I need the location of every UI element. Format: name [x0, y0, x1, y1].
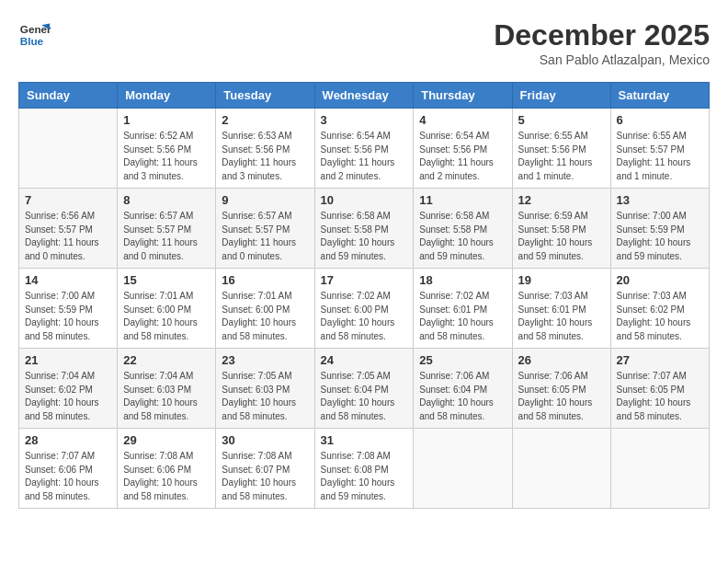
day-number: 7	[25, 193, 111, 207]
calendar-day-cell: 6Sunrise: 6:55 AM Sunset: 5:57 PM Daylig…	[610, 109, 709, 189]
day-info: Sunrise: 7:04 AM Sunset: 6:02 PM Dayligh…	[25, 370, 111, 423]
day-info: Sunrise: 6:55 AM Sunset: 5:56 PM Dayligh…	[518, 130, 605, 183]
month-title: December 2025	[494, 18, 710, 52]
calendar-day-cell: 9Sunrise: 6:57 AM Sunset: 5:57 PM Daylig…	[216, 189, 314, 269]
calendar-day-cell: 12Sunrise: 6:59 AM Sunset: 5:58 PM Dayli…	[512, 189, 610, 269]
day-info: Sunrise: 7:03 AM Sunset: 6:02 PM Dayligh…	[617, 290, 703, 343]
day-info: Sunrise: 7:08 AM Sunset: 6:08 PM Dayligh…	[321, 450, 408, 503]
day-number: 20	[617, 273, 703, 287]
day-number: 12	[518, 193, 605, 207]
day-info: Sunrise: 7:02 AM Sunset: 6:01 PM Dayligh…	[419, 290, 506, 343]
day-info: Sunrise: 7:08 AM Sunset: 6:06 PM Dayligh…	[123, 450, 210, 503]
calendar-day-cell: 25Sunrise: 7:06 AM Sunset: 6:04 PM Dayli…	[414, 349, 512, 429]
day-number: 2	[222, 113, 308, 127]
calendar-day-cell: 8Sunrise: 6:57 AM Sunset: 5:57 PM Daylig…	[118, 189, 216, 269]
calendar-day-cell: 3Sunrise: 6:54 AM Sunset: 5:56 PM Daylig…	[314, 109, 414, 189]
calendar-day-cell: 11Sunrise: 6:58 AM Sunset: 5:58 PM Dayli…	[414, 189, 512, 269]
calendar-day-cell: 16Sunrise: 7:01 AM Sunset: 6:00 PM Dayli…	[216, 269, 314, 349]
day-number: 30	[222, 433, 308, 447]
day-info: Sunrise: 7:00 AM Sunset: 5:59 PM Dayligh…	[25, 290, 111, 343]
logo-icon: General Blue	[18, 18, 51, 52]
calendar-day-cell	[414, 429, 512, 509]
calendar-week-row: 14Sunrise: 7:00 AM Sunset: 5:59 PM Dayli…	[19, 269, 710, 349]
calendar-day-cell: 28Sunrise: 7:07 AM Sunset: 6:06 PM Dayli…	[19, 429, 118, 509]
day-info: Sunrise: 7:04 AM Sunset: 6:03 PM Dayligh…	[123, 370, 210, 423]
day-info: Sunrise: 6:52 AM Sunset: 5:56 PM Dayligh…	[123, 130, 210, 183]
calendar-day-cell: 29Sunrise: 7:08 AM Sunset: 6:06 PM Dayli…	[118, 429, 216, 509]
day-info: Sunrise: 7:05 AM Sunset: 6:03 PM Dayligh…	[222, 370, 308, 423]
calendar-day-cell: 5Sunrise: 6:55 AM Sunset: 5:56 PM Daylig…	[512, 109, 610, 189]
day-number: 25	[419, 353, 506, 367]
day-number: 18	[419, 273, 506, 287]
svg-text:Blue: Blue	[20, 35, 44, 47]
day-number: 5	[518, 113, 605, 127]
calendar-day-cell: 27Sunrise: 7:07 AM Sunset: 6:05 PM Dayli…	[610, 349, 709, 429]
day-number: 1	[123, 113, 210, 127]
calendar-day-cell: 15Sunrise: 7:01 AM Sunset: 6:00 PM Dayli…	[118, 269, 216, 349]
day-number: 22	[123, 353, 210, 367]
calendar-table: SundayMondayTuesdayWednesdayThursdayFrid…	[18, 82, 710, 509]
day-info: Sunrise: 7:06 AM Sunset: 6:05 PM Dayligh…	[518, 370, 605, 423]
day-number: 9	[222, 193, 308, 207]
day-number: 29	[123, 433, 210, 447]
day-info: Sunrise: 6:54 AM Sunset: 5:56 PM Dayligh…	[321, 130, 408, 183]
weekday-header: Sunday	[19, 83, 118, 109]
calendar-day-cell: 22Sunrise: 7:04 AM Sunset: 6:03 PM Dayli…	[118, 349, 216, 429]
day-info: Sunrise: 7:00 AM Sunset: 5:59 PM Dayligh…	[617, 210, 703, 263]
day-info: Sunrise: 7:02 AM Sunset: 6:00 PM Dayligh…	[321, 290, 408, 343]
day-info: Sunrise: 7:01 AM Sunset: 6:00 PM Dayligh…	[222, 290, 308, 343]
day-number: 16	[222, 273, 308, 287]
weekday-header: Friday	[512, 83, 610, 109]
day-info: Sunrise: 6:54 AM Sunset: 5:56 PM Dayligh…	[419, 130, 506, 183]
day-number: 3	[321, 113, 408, 127]
day-info: Sunrise: 6:57 AM Sunset: 5:57 PM Dayligh…	[123, 210, 210, 263]
calendar-day-cell	[19, 109, 118, 189]
weekday-header: Saturday	[610, 83, 709, 109]
day-info: Sunrise: 6:53 AM Sunset: 5:56 PM Dayligh…	[222, 130, 308, 183]
weekday-header: Wednesday	[314, 83, 414, 109]
calendar-day-cell: 26Sunrise: 7:06 AM Sunset: 6:05 PM Dayli…	[512, 349, 610, 429]
day-info: Sunrise: 7:07 AM Sunset: 6:06 PM Dayligh…	[25, 450, 111, 503]
calendar-day-cell	[512, 429, 610, 509]
day-number: 27	[617, 353, 703, 367]
day-number: 11	[419, 193, 506, 207]
day-number: 14	[25, 273, 111, 287]
weekday-header: Tuesday	[216, 83, 314, 109]
calendar-day-cell: 31Sunrise: 7:08 AM Sunset: 6:08 PM Dayli…	[314, 429, 414, 509]
calendar-day-cell: 19Sunrise: 7:03 AM Sunset: 6:01 PM Dayli…	[512, 269, 610, 349]
calendar-day-cell: 30Sunrise: 7:08 AM Sunset: 6:07 PM Dayli…	[216, 429, 314, 509]
day-number: 8	[123, 193, 210, 207]
day-number: 21	[25, 353, 111, 367]
day-info: Sunrise: 7:06 AM Sunset: 6:04 PM Dayligh…	[419, 370, 506, 423]
day-info: Sunrise: 6:58 AM Sunset: 5:58 PM Dayligh…	[321, 210, 408, 263]
calendar-day-cell: 24Sunrise: 7:05 AM Sunset: 6:04 PM Dayli…	[314, 349, 414, 429]
day-info: Sunrise: 6:58 AM Sunset: 5:58 PM Dayligh…	[419, 210, 506, 263]
calendar-week-row: 21Sunrise: 7:04 AM Sunset: 6:02 PM Dayli…	[19, 349, 710, 429]
day-info: Sunrise: 6:59 AM Sunset: 5:58 PM Dayligh…	[518, 210, 605, 263]
day-number: 13	[617, 193, 703, 207]
calendar-day-cell: 2Sunrise: 6:53 AM Sunset: 5:56 PM Daylig…	[216, 109, 314, 189]
day-info: Sunrise: 7:03 AM Sunset: 6:01 PM Dayligh…	[518, 290, 605, 343]
day-number: 28	[25, 433, 111, 447]
calendar-day-cell: 20Sunrise: 7:03 AM Sunset: 6:02 PM Dayli…	[610, 269, 709, 349]
day-number: 23	[222, 353, 308, 367]
calendar-header-row: SundayMondayTuesdayWednesdayThursdayFrid…	[19, 83, 710, 109]
day-number: 17	[321, 273, 408, 287]
calendar-day-cell: 1Sunrise: 6:52 AM Sunset: 5:56 PM Daylig…	[118, 109, 216, 189]
calendar-day-cell: 13Sunrise: 7:00 AM Sunset: 5:59 PM Dayli…	[610, 189, 709, 269]
day-number: 24	[321, 353, 408, 367]
day-info: Sunrise: 7:05 AM Sunset: 6:04 PM Dayligh…	[321, 370, 408, 423]
logo: General Blue	[18, 18, 51, 52]
day-number: 31	[321, 433, 408, 447]
calendar-week-row: 7Sunrise: 6:56 AM Sunset: 5:57 PM Daylig…	[19, 189, 710, 269]
calendar-day-cell: 23Sunrise: 7:05 AM Sunset: 6:03 PM Dayli…	[216, 349, 314, 429]
calendar-day-cell: 4Sunrise: 6:54 AM Sunset: 5:56 PM Daylig…	[414, 109, 512, 189]
day-number: 4	[419, 113, 506, 127]
day-number: 26	[518, 353, 605, 367]
day-info: Sunrise: 6:56 AM Sunset: 5:57 PM Dayligh…	[25, 210, 111, 263]
day-number: 6	[617, 113, 703, 127]
day-number: 19	[518, 273, 605, 287]
weekday-header: Thursday	[414, 83, 512, 109]
day-number: 15	[123, 273, 210, 287]
weekday-header: Monday	[118, 83, 216, 109]
